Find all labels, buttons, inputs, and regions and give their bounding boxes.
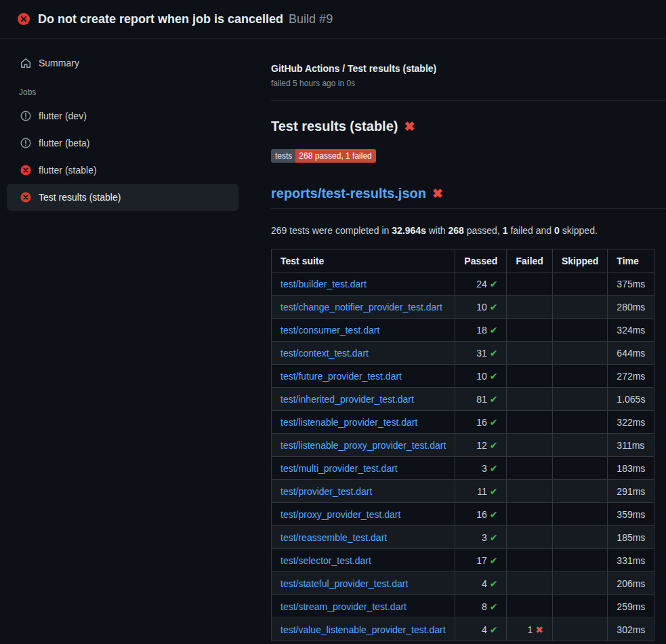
suite-cell: test/stream_provider_test.dart <box>272 595 455 618</box>
table-row: test/stream_provider_test.dart8 ✔259ms <box>272 595 654 618</box>
check-run-header: Do not create report when job is cancell… <box>0 0 666 39</box>
check-icon: ✔ <box>490 486 498 497</box>
time-cell: 302ms <box>608 618 654 641</box>
suite-link[interactable]: test/future_provider_test.dart <box>280 371 402 382</box>
suite-link[interactable]: test/stream_provider_test.dart <box>280 601 407 612</box>
suite-link[interactable]: test/stateful_provider_test.dart <box>280 578 408 589</box>
passed-cell: 8 ✔ <box>455 595 507 618</box>
check-icon: ✔ <box>490 417 498 428</box>
stale-icon <box>20 110 31 121</box>
passed-cell: 17 ✔ <box>455 549 507 572</box>
suite-cell: test/reassemble_test.dart <box>272 526 455 549</box>
passed-cell: 10 ✔ <box>455 365 507 388</box>
check-icon: ✔ <box>490 624 498 635</box>
failed-cell <box>507 388 552 411</box>
sidebar-item-label: flutter (dev) <box>39 110 87 121</box>
sidebar-item-summary[interactable]: Summary <box>7 49 238 77</box>
passed-cell: 10 ✔ <box>455 296 507 319</box>
suite-cell: test/selector_test.dart <box>272 549 455 572</box>
failed-cell <box>507 480 552 503</box>
skipped-cell <box>552 618 607 641</box>
page-title: Do not create report when job is cancell… <box>38 12 283 26</box>
suite-link[interactable]: test/provider_test.dart <box>280 486 372 497</box>
sidebar-item-label: Summary <box>39 58 79 68</box>
jobs-section-label: Jobs <box>0 87 249 97</box>
test-results-table: Test suitePassedFailedSkippedTime test/b… <box>271 249 654 641</box>
table-row: test/value_listenable_provider_test.dart… <box>272 618 654 641</box>
cross-icon: ✖ <box>535 624 543 635</box>
skipped-cell <box>552 342 607 365</box>
section-title-text: Test results (stable) <box>271 119 398 134</box>
suite-link[interactable]: test/reassemble_test.dart <box>280 532 387 543</box>
check-icon: ✔ <box>490 532 498 543</box>
sidebar-item-label: Test results (stable) <box>39 192 121 203</box>
passed-cell: 31 ✔ <box>455 342 507 365</box>
suite-cell: test/context_test.dart <box>272 342 455 365</box>
time-cell: 359ms <box>608 503 654 526</box>
build-number: Build #9 <box>289 12 333 26</box>
time-cell: 280ms <box>608 296 654 319</box>
column-header: Failed <box>507 249 552 273</box>
time-cell: 375ms <box>608 273 654 296</box>
failed-cell <box>507 319 552 342</box>
failed-cell <box>507 457 552 480</box>
time-cell: 644ms <box>608 342 654 365</box>
badge-label: tests <box>271 149 295 163</box>
check-icon: ✔ <box>490 302 498 313</box>
time-cell: 1.065s <box>608 388 654 411</box>
suite-cell: test/change_notifier_provider_test.dart <box>272 296 455 319</box>
summary-text: 269 tests were completed in 32.964s with… <box>271 225 645 236</box>
table-row: test/listenable_provider_test.dart16 ✔32… <box>272 411 654 434</box>
failed-cell <box>507 296 552 319</box>
suite-cell: test/listenable_provider_test.dart <box>272 411 455 434</box>
sidebar-item-flutter-dev[interactable]: flutter (dev) <box>7 102 238 129</box>
table-row: test/builder_test.dart24 ✔375ms <box>272 273 654 296</box>
sidebar-item-flutter-beta[interactable]: flutter (beta) <box>7 129 238 157</box>
check-icon: ✔ <box>490 348 498 359</box>
report-title: reports/test-results.json ✖ <box>271 186 645 201</box>
passed-cell: 24 ✔ <box>455 273 507 296</box>
table-row: test/listenable_proxy_provider_test.dart… <box>272 434 654 457</box>
passed-cell: 3 ✔ <box>455 526 507 549</box>
check-icon: ✔ <box>490 371 498 382</box>
suite-link[interactable]: test/value_listenable_provider_test.dart <box>280 624 446 635</box>
sidebar-item-test-results-stable[interactable]: Test results (stable) <box>7 184 238 211</box>
suite-cell: test/builder_test.dart <box>272 273 455 296</box>
suite-cell: test/future_provider_test.dart <box>272 365 455 388</box>
sidebar: Summary Jobs flutter (dev)flutter (beta)… <box>0 39 249 211</box>
suite-link[interactable]: test/proxy_provider_test.dart <box>280 509 400 520</box>
table-row: test/change_notifier_provider_test.dart1… <box>272 296 654 319</box>
suite-link[interactable]: test/listenable_proxy_provider_test.dart <box>280 440 446 451</box>
passed-cell: 18 ✔ <box>455 319 507 342</box>
check-icon: ✔ <box>490 440 498 451</box>
skipped-cell <box>552 503 607 526</box>
suite-link[interactable]: test/multi_provider_test.dart <box>280 463 398 474</box>
table-row: test/provider_test.dart11 ✔291ms <box>272 480 654 503</box>
sidebar-jobs: flutter (dev)flutter (beta)flutter (stab… <box>0 102 249 211</box>
passed-cell: 16 ✔ <box>455 411 507 434</box>
sidebar-item-flutter-stable[interactable]: flutter (stable) <box>7 157 238 184</box>
suite-link[interactable]: test/builder_test.dart <box>280 279 367 289</box>
stale-icon <box>20 138 31 148</box>
x-circle-icon <box>20 192 31 203</box>
time-cell: 322ms <box>608 411 654 434</box>
suite-link[interactable]: test/inherited_provider_test.dart <box>280 394 414 405</box>
failed-cell <box>507 549 552 572</box>
skipped-cell <box>552 273 607 296</box>
tests-badge: tests 268 passed, 1 failed <box>271 149 376 163</box>
results-table-head-row: Test suitePassedFailedSkippedTime <box>272 249 654 273</box>
time-cell: 311ms <box>608 434 654 457</box>
passed-cell: 4 ✔ <box>455 618 507 641</box>
suite-link[interactable]: test/change_notifier_provider_test.dart <box>280 302 442 313</box>
suite-link[interactable]: test/consumer_test.dart <box>280 325 379 336</box>
report-link[interactable]: reports/test-results.json <box>271 186 426 201</box>
check-icon: ✔ <box>490 463 498 474</box>
skipped-cell <box>552 572 607 595</box>
suite-link[interactable]: test/context_test.dart <box>280 348 369 359</box>
failed-cell <box>507 595 552 618</box>
suite-link[interactable]: test/selector_test.dart <box>280 555 371 566</box>
skipped-cell <box>552 549 607 572</box>
suite-link[interactable]: test/listenable_provider_test.dart <box>280 417 417 428</box>
passed-cell: 3 ✔ <box>455 457 507 480</box>
cross-mark-icon: ✖ <box>404 120 415 133</box>
